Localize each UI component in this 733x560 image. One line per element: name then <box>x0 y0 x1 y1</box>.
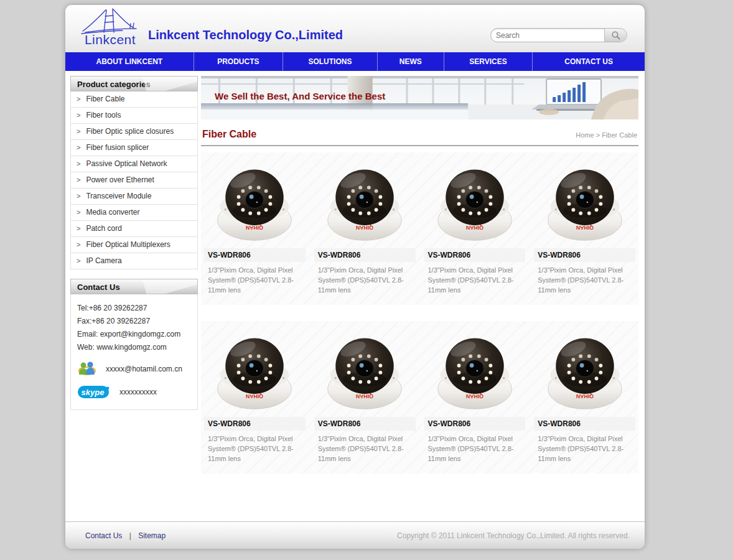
search-input[interactable] <box>491 29 604 42</box>
dome-camera-image <box>209 328 300 414</box>
chevron-right-icon: > <box>77 192 80 200</box>
product-image[interactable] <box>424 325 526 417</box>
product-description: 1/3"Pixim Orca, Digital Pixel System® (D… <box>204 262 306 301</box>
category-label: Power over Ethernet <box>86 175 154 184</box>
category-label: Passive Optical Network <box>86 159 167 168</box>
sidebar-item-passive-optical-network[interactable]: >Passive Optical Network <box>70 156 198 172</box>
product-name-link[interactable]: VS-WDR806 <box>534 417 635 431</box>
page-title: Fiber Cable <box>202 129 256 140</box>
footer-sitemap-link[interactable]: Sitemap <box>138 531 166 540</box>
sidebar: Product categories >Fiber Cable >Fiber t… <box>70 76 198 410</box>
nav-label: ABOUT LINKCENT <box>96 57 163 66</box>
company-logo[interactable]: Linkcent <box>73 7 147 51</box>
sidebar-item-fiber-tools[interactable]: >Fiber tools <box>70 108 198 124</box>
product-description: 1/3"Pixim Orca, Digital Pixel System® (D… <box>534 431 635 470</box>
sidebar-item-ip-camera[interactable]: >IP Camera <box>70 253 198 269</box>
nav-label: CONTACT US <box>564 57 613 66</box>
sidebar-item-power-over-ethernet[interactable]: >Power over Ethernet <box>70 172 198 189</box>
footer-separator: | <box>129 531 131 540</box>
product-grid-row-1: VS-WDR806 1/3"Pixim Orca, Digital Pixel … <box>201 152 638 305</box>
product-name-link[interactable]: VS-WDR806 <box>424 417 526 431</box>
product-name-link[interactable]: VS-WDR806 <box>424 248 526 262</box>
chevron-right-icon: > <box>77 144 80 151</box>
nav-label: NEWS <box>399 57 422 66</box>
product-card: VS-WDR806 1/3"Pixim Orca, Digital Pixel … <box>314 325 416 470</box>
product-image[interactable] <box>314 325 416 417</box>
contact-us-panel: Contact Us Tel:+86 20 39262287 Fax:+86 2… <box>70 279 198 410</box>
category-label: Fiber Cable <box>86 95 124 103</box>
product-description: 1/3"Pixim Orca, Digital Pixel System® (D… <box>424 431 526 470</box>
product-image[interactable] <box>424 156 526 248</box>
product-name-link[interactable]: VS-WDR806 <box>204 417 306 431</box>
product-card: VS-WDR806 1/3"Pixim Orca, Digital Pixel … <box>204 156 306 301</box>
chevron-right-icon: > <box>77 176 80 184</box>
nav-about-linkcent[interactable]: ABOUT LINKCENT <box>65 52 194 71</box>
search-button[interactable] <box>604 29 627 42</box>
msn-contact-text[interactable]: xxxxx@hotamil.com.cn <box>106 365 182 373</box>
breadcrumb-separator: > <box>596 131 600 139</box>
dome-camera-image <box>429 159 520 245</box>
breadcrumb-home-link[interactable]: Home <box>576 131 594 139</box>
category-label: Fiber Optic splice closures <box>86 127 174 136</box>
category-label: Transceiver Module <box>86 192 151 200</box>
content-column: We Sell the Best, And Service the Best F… <box>201 76 638 474</box>
product-image[interactable] <box>534 325 635 417</box>
dome-camera-image <box>209 159 300 245</box>
sidebar-item-media-converter[interactable]: >Media converter <box>70 205 198 221</box>
content-divider <box>201 145 638 146</box>
product-name-link[interactable]: VS-WDR806 <box>534 248 635 262</box>
product-card: VS-WDR806 1/3"Pixim Orca, Digital Pixel … <box>534 325 635 470</box>
chevron-right-icon: > <box>77 111 80 119</box>
nav-contact-us[interactable]: CONTACT US <box>533 52 645 71</box>
company-title: Linkcent Technology Co.,Limited <box>148 28 343 42</box>
chevron-right-icon: > <box>77 257 80 264</box>
contact-tel: Tel:+86 20 39262287 <box>77 302 191 314</box>
product-card: VS-WDR806 1/3"Pixim Orca, Digital Pixel … <box>204 325 306 470</box>
product-image[interactable] <box>204 156 306 248</box>
product-name-link[interactable]: VS-WDR806 <box>314 417 416 431</box>
nav-products[interactable]: PRODUCTS <box>194 52 283 71</box>
product-image[interactable] <box>534 156 635 248</box>
sidebar-item-patch-cord[interactable]: >Patch cord <box>70 221 198 237</box>
footer-links: Contact Us | Sitemap <box>85 531 166 540</box>
sidebar-item-fiber-optic-splice-closures[interactable]: >Fiber Optic splice closures <box>70 124 198 140</box>
dome-camera-image <box>539 159 630 245</box>
category-label: Media converter <box>86 208 139 217</box>
product-name-link[interactable]: VS-WDR806 <box>314 248 416 262</box>
hero-banner: We Sell the Best, And Service the Best <box>201 76 638 119</box>
category-list: >Fiber Cable >Fiber tools >Fiber Optic s… <box>70 91 198 269</box>
category-label: Fiber Optical Multiplexers <box>86 240 170 249</box>
breadcrumb: Home > Fiber Cable <box>576 131 637 139</box>
sidebar-item-fiber-fusion-splicer[interactable]: >Fiber fusion splicer <box>70 140 198 156</box>
category-label: IP Camera <box>86 256 121 265</box>
dome-camera-image <box>429 328 520 414</box>
skype-contact-text[interactable]: xxxxxxxxxx <box>119 388 157 396</box>
category-label: Fiber tools <box>86 111 121 119</box>
product-image[interactable] <box>314 156 416 248</box>
nav-solutions[interactable]: SOLUTIONS <box>283 52 378 71</box>
dome-camera-image <box>319 159 410 245</box>
contact-email: Email: export@kingdomgz.com <box>77 328 191 340</box>
chevron-right-icon: > <box>77 225 80 232</box>
product-categories-header: Product categories <box>70 76 198 91</box>
banner-slogan: We Sell the Best, And Service the Best <box>215 91 385 101</box>
product-description: 1/3"Pixim Orca, Digital Pixel System® (D… <box>204 431 306 470</box>
search-icon <box>611 30 621 40</box>
chevron-right-icon: > <box>77 128 80 135</box>
svg-text:skype: skype <box>82 388 105 397</box>
sidebar-item-fiber-optical-multiplexers[interactable]: >Fiber Optical Multiplexers <box>70 237 198 253</box>
dome-camera-image <box>319 328 410 414</box>
product-name-link[interactable]: VS-WDR806 <box>204 248 306 262</box>
search-box[interactable] <box>490 28 627 42</box>
sidebar-item-transceiver-module[interactable]: >Transceiver Module <box>70 189 198 205</box>
product-image[interactable] <box>204 325 306 417</box>
nav-services[interactable]: SERVICES <box>444 52 533 71</box>
copyright-text: Copyright © 2011 Linkcent Technology Co.… <box>397 531 630 540</box>
category-label: Patch cord <box>86 224 121 233</box>
page-container: Linkcent Linkcent Technology Co.,Limited… <box>65 5 645 549</box>
sidebar-item-fiber-cable[interactable]: >Fiber Cable <box>70 91 198 108</box>
footer-contact-us-link[interactable]: Contact Us <box>85 531 122 540</box>
main-navigation: ABOUT LINKCENT PRODUCTS SOLUTIONS NEWS S… <box>65 52 645 71</box>
nav-news[interactable]: NEWS <box>378 52 444 71</box>
logo-text: Linkcent <box>73 32 147 47</box>
